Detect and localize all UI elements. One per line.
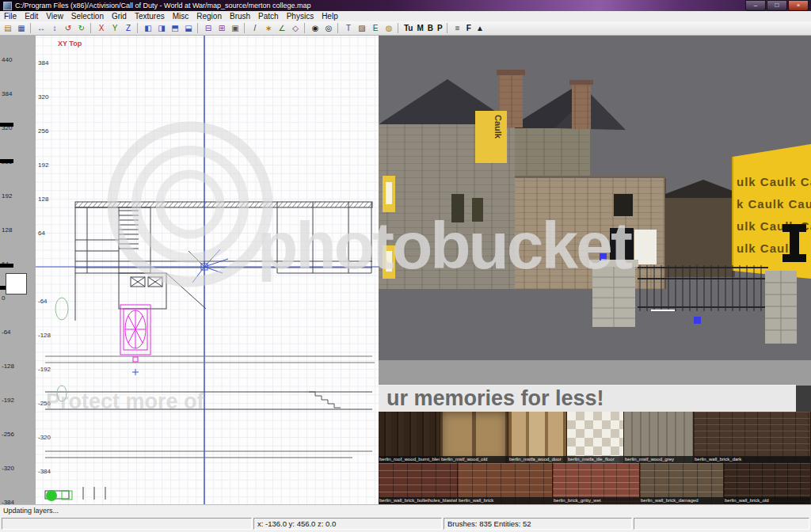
clipper-icon[interactable]: / xyxy=(249,22,261,34)
select-complete-icon[interactable]: ◨ xyxy=(155,22,168,34)
flip-horizontal-icon[interactable]: ↔ xyxy=(35,22,48,34)
status-field-empty-2 xyxy=(634,518,809,530)
origin-entity-dot[interactable] xyxy=(46,490,57,501)
entity-icon[interactable]: E xyxy=(369,22,382,34)
ruler-number: 192 xyxy=(2,192,12,200)
berlin_wall_brick_old[interactable]: berlin_wall_brick_old xyxy=(724,463,811,504)
toolbar-separator[interactable] xyxy=(137,23,139,33)
i-beam-decal xyxy=(782,224,806,232)
berlin_wall_brick_bulletholes_blastwhite[interactable]: berlin_wall_brick_bulletholes_blastwhite xyxy=(379,463,458,504)
status-brush-entity-counts: Brushes: 835 Entities: 52 xyxy=(444,518,632,530)
tu-button[interactable]: Tu xyxy=(402,22,414,34)
entity-marker-blue[interactable] xyxy=(600,253,607,260)
toolbar-separator[interactable] xyxy=(30,23,32,33)
origin-entity-box[interactable] xyxy=(62,491,72,500)
open-icon[interactable]: ▤ xyxy=(2,22,14,34)
caulk-texture-text: k Caulk Cau xyxy=(737,197,811,211)
berlin_wall_brick[interactable]: berlin_wall_brick xyxy=(458,463,553,504)
berlin_mstf_wood_old[interactable]: berlin_mstf_wood_old xyxy=(440,412,508,463)
chimney-cap xyxy=(497,70,525,75)
menu-item[interactable]: Help xyxy=(318,11,342,21)
minimize-button[interactable]: – xyxy=(745,0,766,11)
menu-item[interactable]: View xyxy=(42,11,67,21)
y-axis-icon[interactable]: Y xyxy=(109,22,121,34)
toolbar-separator[interactable] xyxy=(337,23,340,33)
menu-bar: File Edit View Selection Grid Textures M… xyxy=(0,11,811,22)
menu-item[interactable]: Region xyxy=(192,11,226,21)
caulk-texture-text: ulk Caulk xyxy=(737,241,797,255)
berlin_wall_brick_dark[interactable]: berlin_wall_brick_dark xyxy=(694,412,811,463)
app-icon xyxy=(3,2,12,10)
rotate-cw-icon[interactable]: ↻ xyxy=(75,22,88,34)
berlin_mstfa_tile_floor[interactable]: berlin_mstfa_tile_floor xyxy=(567,412,624,463)
berlin_mstfa_wood_door[interactable]: berlin_mstfa_wood_door xyxy=(508,412,567,463)
ruler-number: -256 xyxy=(2,431,14,438)
select-partial-icon[interactable]: ◧ xyxy=(142,22,154,34)
edge-icon[interactable]: ∠ xyxy=(276,22,288,34)
ruler-number: 0 xyxy=(2,294,5,302)
b-button[interactable]: B xyxy=(426,22,435,34)
close-button[interactable]: × xyxy=(788,0,809,11)
menu-item[interactable]: Textures xyxy=(131,11,169,21)
texture-view-icon[interactable]: ▨ xyxy=(356,22,368,34)
cubic-clip-icon[interactable]: ◎ xyxy=(322,22,335,34)
entity-marker-blue-2[interactable] xyxy=(694,317,701,324)
camera-icon[interactable]: ◉ xyxy=(309,22,322,34)
berlin_wall_brick_damaged[interactable]: berlin_wall_brick_damaged xyxy=(640,463,724,504)
toolbar-separator[interactable] xyxy=(90,23,93,33)
hollow-icon[interactable]: ▣ xyxy=(229,22,242,34)
layer-marker-bar[interactable] xyxy=(0,123,13,127)
texture-panel-spacer xyxy=(379,360,811,386)
2d-grid-canvas[interactable]: 38432025619212864-64-128-192-256-320-384… xyxy=(36,36,379,504)
toolbar-separator[interactable] xyxy=(447,23,449,33)
title-bar: C:/Program Files (x86)/Activision/Call o… xyxy=(0,0,811,11)
x-axis-icon[interactable]: X xyxy=(95,22,108,34)
2d-outer-ruler: 440384320256192128640-64-128-192-256-320… xyxy=(0,36,36,504)
menu-item[interactable]: Misc xyxy=(169,11,193,21)
toolbar: ▤ ▦ ↔ ↕ ↺ ↻ X Y Z ◧ ◨ ⬒ ⬓ ⊟ ⊞ ▣ / ∗ xyxy=(0,21,811,36)
maximize-button[interactable]: □ xyxy=(767,0,787,11)
menu-item[interactable]: Edit xyxy=(21,11,42,21)
3d-camera-view[interactable]: Caulk ulk Caulk Ca k Caulk Cau ulk Caulk… xyxy=(379,36,811,360)
toolbar-separator[interactable] xyxy=(398,23,400,33)
csg-merge-icon[interactable]: ⊞ xyxy=(215,22,228,34)
layer-marker-bar[interactable] xyxy=(0,159,13,163)
berlin_roof_wood_burnt_blend2[interactable]: berlin_roof_wood_burnt_blend2 xyxy=(379,412,440,463)
f-button[interactable]: F xyxy=(465,22,473,34)
rotate-ccw-icon[interactable]: ↺ xyxy=(62,22,74,34)
berlin_brick_gritty_wet[interactable]: berlin_brick_gritty_wet xyxy=(553,463,640,504)
texture-lock-icon[interactable]: T xyxy=(342,22,355,34)
ruler-number: 440 xyxy=(2,56,12,63)
flip-vertical-icon[interactable]: ↕ xyxy=(48,22,61,34)
menu-item[interactable]: File xyxy=(0,11,21,21)
back-building xyxy=(665,180,737,277)
toolbar-separator[interactable] xyxy=(304,23,307,33)
select-touching-icon[interactable]: ⬒ xyxy=(169,22,181,34)
berlin_mstf_wood_grey[interactable]: berlin_mstf_wood_grey xyxy=(624,412,694,463)
save-icon[interactable]: ▦ xyxy=(15,22,28,34)
menu-item[interactable]: Brush xyxy=(226,11,254,21)
csg-subtract-icon[interactable]: ⊟ xyxy=(202,22,215,34)
selected-brush-outline[interactable] xyxy=(120,305,150,362)
menu-item[interactable]: Patch xyxy=(254,11,283,21)
stone-gate-pillar-2 xyxy=(765,271,797,344)
layer-thumbnail-box[interactable] xyxy=(6,273,27,294)
filter-icon[interactable]: ≡ xyxy=(451,22,464,34)
select-inside-icon[interactable]: ⬓ xyxy=(182,22,195,34)
z-axis-icon[interactable]: Z xyxy=(122,22,135,34)
toolbar-separator[interactable] xyxy=(244,23,246,33)
face-icon[interactable]: ◇ xyxy=(289,22,302,34)
menu-item[interactable]: Physics xyxy=(283,11,318,21)
toolbar-separator[interactable] xyxy=(197,23,200,33)
layer-marker-bar[interactable] xyxy=(0,264,13,268)
menu-item[interactable]: Grid xyxy=(108,11,131,21)
light-icon[interactable]: ◍ xyxy=(383,22,395,34)
p-button[interactable]: P xyxy=(436,22,444,34)
menu-item[interactable]: Selection xyxy=(67,11,108,21)
texture-name-label: berlin_brick_gritty_wet xyxy=(553,497,639,504)
brick-wall xyxy=(515,176,665,289)
caulk-triangle-icon[interactable]: ▲ xyxy=(474,22,486,34)
window-controls: – □ × xyxy=(745,0,809,11)
vertex-icon[interactable]: ∗ xyxy=(262,22,275,34)
m-button[interactable]: M xyxy=(415,22,425,34)
